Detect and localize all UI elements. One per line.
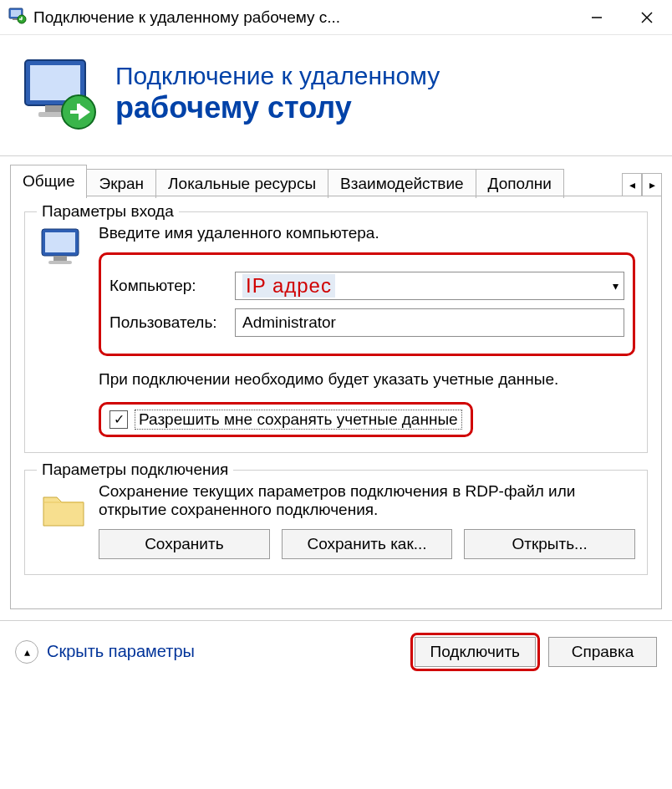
user-label: Пользователь: bbox=[109, 313, 235, 332]
tab-experience[interactable]: Взаимодействие bbox=[328, 169, 476, 198]
svg-rect-14 bbox=[53, 256, 67, 261]
save-button[interactable]: Сохранить bbox=[99, 529, 270, 559]
computer-label: Компьютер: bbox=[109, 277, 235, 295]
computer-icon bbox=[37, 224, 90, 437]
save-credentials-checkbox[interactable]: ✓ bbox=[109, 410, 128, 429]
svg-rect-13 bbox=[45, 232, 75, 252]
tab-display[interactable]: Экран bbox=[86, 169, 156, 198]
tab-local-resources[interactable]: Локальные ресурсы bbox=[155, 169, 328, 198]
tab-scroll-right[interactable]: ▸ bbox=[642, 173, 662, 196]
header-banner: Подключение к удаленному рабочему столу bbox=[0, 35, 672, 156]
collapse-options-button[interactable]: ▴ bbox=[15, 640, 38, 664]
tab-scroll-left[interactable]: ◂ bbox=[622, 173, 642, 196]
computer-combobox[interactable]: IP адрес ▾ bbox=[235, 272, 624, 300]
banner-line2: рабочему столу bbox=[115, 90, 440, 125]
credentials-note: При подключении необходимо будет указать… bbox=[99, 369, 635, 390]
app-icon bbox=[8, 7, 27, 28]
close-button[interactable] bbox=[622, 0, 672, 35]
banner-line1: Подключение к удаленному bbox=[115, 62, 440, 90]
chevron-down-icon: ▾ bbox=[613, 279, 619, 293]
login-instruction: Введите имя удаленного компьютера. bbox=[99, 224, 635, 242]
tab-bar: Общие Экран Локальные ресурсы Взаимодейс… bbox=[0, 156, 672, 196]
tab-panel-general: Параметры входа Введите имя удаленного к… bbox=[10, 196, 662, 609]
folder-icon bbox=[37, 482, 90, 559]
login-settings-legend: Параметры входа bbox=[37, 202, 179, 221]
open-button[interactable]: Открыть... bbox=[464, 529, 635, 559]
connect-button[interactable]: Подключить bbox=[415, 637, 536, 667]
titlebar: Подключение к удаленному рабочему с... bbox=[0, 0, 672, 35]
rdp-icon bbox=[20, 53, 100, 134]
tab-advanced[interactable]: Дополни bbox=[476, 169, 564, 198]
help-button[interactable]: Справка bbox=[548, 637, 657, 667]
login-settings-group: Параметры входа Введите имя удаленного к… bbox=[24, 211, 648, 453]
dialog-footer: ▴ Скрыть параметры Подключить Справка bbox=[0, 620, 672, 683]
username-field[interactable] bbox=[235, 308, 624, 337]
minimize-button[interactable] bbox=[572, 0, 622, 35]
tab-general[interactable]: Общие bbox=[10, 165, 87, 196]
hide-options-link[interactable]: Скрыть параметры bbox=[47, 642, 195, 661]
connection-desc: Сохранение текущих параметров подключени… bbox=[99, 482, 635, 519]
svg-rect-8 bbox=[30, 65, 80, 100]
save-as-button[interactable]: Сохранить как... bbox=[282, 529, 453, 559]
svg-rect-15 bbox=[48, 261, 72, 264]
computer-value: IP адрес bbox=[242, 274, 335, 298]
connection-settings-legend: Параметры подключения bbox=[37, 461, 233, 479]
window-title: Подключение к удаленному рабочему с... bbox=[33, 8, 572, 27]
save-credentials-label: Разрешить мне сохранять учетные данные bbox=[135, 410, 462, 430]
connection-settings-group: Параметры подключения Сохранение текущих… bbox=[24, 470, 648, 575]
